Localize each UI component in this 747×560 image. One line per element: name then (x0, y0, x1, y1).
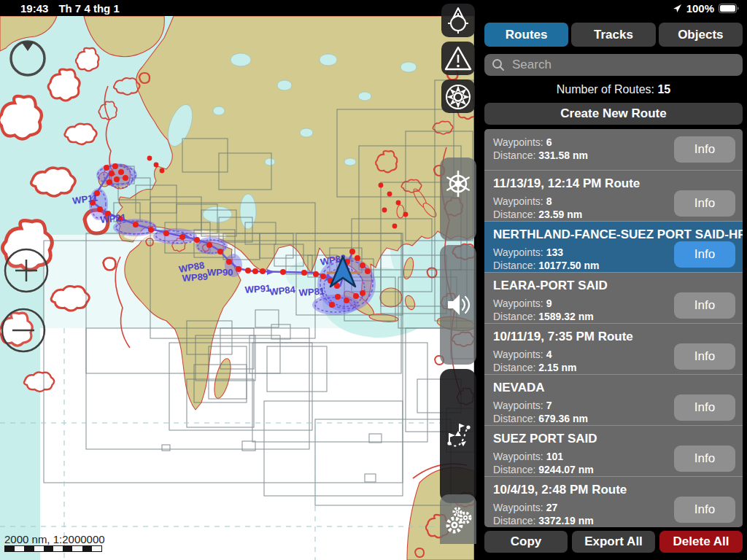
clock: 19:43 (20, 2, 48, 15)
route-list-item[interactable]: NERTHLAND-FANCE-SUEZ PORT SAID-HP Waypoi… (484, 221, 743, 272)
route-info-button[interactable]: Info (674, 241, 735, 268)
distance-label: Distance: (493, 464, 535, 475)
tab-tracks[interactable]: Tracks (571, 23, 655, 47)
alerts-button[interactable] (441, 42, 475, 75)
route-info-button[interactable]: Info (674, 292, 735, 319)
warning-triangle-icon (441, 42, 475, 75)
copy-button[interactable]: Copy (484, 531, 568, 553)
gears-icon (441, 502, 476, 537)
map-scale-label: 2000 nm, 1:2000000 (4, 533, 105, 545)
waypoint-label: WP90 (207, 267, 233, 278)
route-tools-panel-button[interactable] (440, 369, 476, 503)
route-title: SUEZ PORT SAID (493, 432, 734, 446)
waypoints-value: 9 (546, 298, 552, 309)
routes-count: Number of Routes: 15 (484, 83, 743, 97)
route-info-button[interactable]: Info (674, 136, 735, 163)
compass-rose-button[interactable] (441, 79, 475, 113)
position-button[interactable] (441, 4, 475, 37)
route-title: 10/11/19, 7:35 PM Route (493, 330, 734, 344)
delete-all-button[interactable]: Delete All (659, 531, 743, 553)
route-list-item[interactable]: NEVADA Waypoints: 7 Distance: 679.36 nm … (484, 374, 743, 425)
compass-rose-icon (441, 79, 475, 113)
route-list-item[interactable]: LEARA-PORT SAID Waypoints: 9 Distance: 1… (484, 272, 743, 323)
tab-label: Objects (678, 28, 723, 42)
nautical-chart[interactable]: WP11WP21WP88WP89WP90WP91WP84WP81WP82 (0, 16, 474, 560)
route-title: NEVADA (493, 381, 734, 395)
location-arrow-icon (673, 4, 682, 13)
ship-wheel-icon (442, 168, 474, 200)
zoom-out-button[interactable] (1, 308, 46, 353)
search-icon (492, 58, 505, 71)
route-info-button[interactable]: Info (674, 446, 735, 472)
waypoint-label: WP89 (182, 271, 208, 284)
north-compass-icon (7, 36, 48, 77)
waypoints-value: 133 (546, 246, 563, 258)
waypoints-value: 4 (546, 349, 552, 360)
distance-label: Distance: (493, 311, 535, 322)
export-all-button[interactable]: Export All (572, 531, 655, 553)
helm-panel-button[interactable] (440, 158, 476, 241)
distance-value: 9244.07 nm (538, 464, 594, 475)
waypoints-label: Waypoints: (493, 246, 543, 258)
waypoints-label: Waypoints: (493, 195, 543, 207)
status-bar: 19:43 Th 7 4 thg 1 100% (0, 0, 747, 16)
waypoints-label: Waypoints: (493, 136, 543, 148)
zoom-in-button[interactable] (4, 248, 49, 293)
position-crosshair-icon (441, 4, 475, 37)
tab-objects[interactable]: Objects (659, 23, 743, 47)
route-info-button[interactable]: Info (674, 190, 735, 217)
distance-value: 3372.19 nm (538, 515, 594, 526)
distance-label: Distance: (493, 209, 535, 220)
speaker-icon (442, 289, 474, 321)
route-waypoints-icon (441, 419, 476, 454)
waypoints-label: Waypoints: (493, 400, 543, 411)
distance-label: Distance: (493, 260, 535, 271)
route-info-button[interactable]: Info (674, 394, 735, 421)
distance-value: 1589.32 nm (538, 311, 594, 322)
battery-percent: 100% (686, 2, 714, 15)
route-info-button[interactable]: Info (674, 497, 735, 523)
sound-panel-button[interactable] (440, 245, 476, 365)
north-compass-indicator[interactable] (7, 36, 48, 77)
route-list-item[interactable]: Waypoints: 6 Distance: 331.58 nm Info (484, 129, 743, 170)
waypoint-label: WP81 (298, 286, 325, 298)
routes-panel: RoutesTracksObjects Number of Routes: 15… (480, 16, 747, 560)
route-info-button[interactable]: Info (674, 343, 735, 370)
tab-routes[interactable]: Routes (484, 23, 568, 47)
battery-icon (719, 4, 740, 13)
route-list-item[interactable]: 10/11/19, 7:35 PM Route Waypoints: 4 Dis… (484, 323, 743, 374)
date: Th 7 4 thg 1 (58, 2, 119, 15)
waypoints-label: Waypoints: (493, 502, 543, 513)
distance-label: Distance: (493, 149, 535, 161)
tab-label: Tracks (594, 28, 633, 42)
waypoints-value: 27 (546, 502, 558, 513)
map-scale-bar (4, 545, 102, 552)
distance-value: 10177.50 nm (538, 260, 599, 271)
waypoints-value: 6 (546, 136, 552, 148)
distance-value: 679.36 nm (538, 413, 588, 424)
settings-panel-button[interactable] (440, 494, 476, 544)
distance-value: 2.15 nm (538, 362, 576, 373)
waypoints-value: 7 (546, 400, 552, 411)
search-box[interactable] (484, 54, 743, 76)
route-list-item[interactable]: 11/13/19, 12:14 PM Route Waypoints: 8 Di… (484, 170, 743, 221)
route-list-item[interactable]: SUEZ PORT SAID Waypoints: 101 Distance: … (484, 425, 743, 476)
waypoints-label: Waypoints: (493, 298, 543, 309)
distance-value: 331.58 nm (538, 149, 588, 161)
create-new-route-button[interactable]: Create New Route (484, 103, 743, 125)
plus-icon (4, 248, 49, 293)
route-title: LEARA-PORT SAID (493, 279, 734, 293)
search-input[interactable] (511, 57, 735, 73)
distance-label: Distance: (493, 362, 535, 373)
route-list: Waypoints: 6 Distance: 331.58 nm Info 11… (484, 129, 743, 527)
waypoints-label: Waypoints: (493, 451, 543, 462)
route-title: 11/13/19, 12:14 PM Route (493, 176, 734, 191)
tab-bar: RoutesTracksObjects (484, 23, 743, 47)
route-title: NERTHLAND-FANCE-SUEZ PORT SAID-HP (493, 228, 734, 242)
waypoints-value: 101 (546, 451, 563, 462)
panel-footer: CopyExport AllDelete All (484, 531, 743, 553)
chart-map[interactable]: WP11WP21WP88WP89WP90WP91WP84WP81WP82 (0, 16, 474, 560)
tab-label: Routes (506, 28, 548, 42)
route-list-item[interactable]: 10/4/19, 2:48 PM Route Waypoints: 27 Dis… (484, 476, 743, 527)
app-window: 19:43 Th 7 4 thg 1 100% (0, 0, 747, 560)
